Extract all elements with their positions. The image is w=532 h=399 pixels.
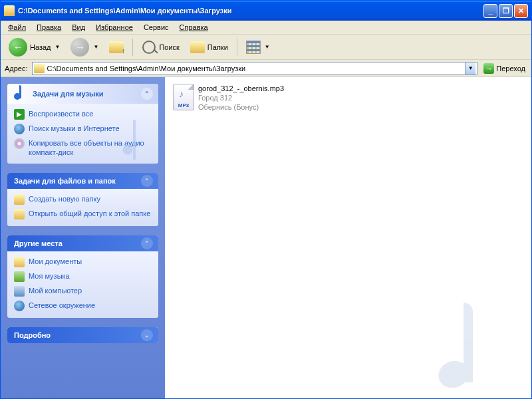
music-note-icon xyxy=(14,84,29,100)
link-label: Моя музыка xyxy=(29,271,70,281)
menu-view[interactable]: Вид xyxy=(67,22,90,33)
search-label: Поиск xyxy=(159,43,179,51)
folders-icon xyxy=(190,41,205,53)
panel-title: Подробно xyxy=(14,331,51,339)
task-label: Поиск музыки в Интернете xyxy=(29,124,120,133)
other-places-panel: Другие места ⌃ Мои документы Моя музыка … xyxy=(7,235,158,318)
back-button[interactable]: ← Назад ▼ xyxy=(5,36,64,59)
menubar: Файл Правка Вид Избранное Сервис Справка xyxy=(1,21,531,35)
views-button[interactable]: ▼ xyxy=(242,39,274,56)
expand-icon: ⌄ xyxy=(141,329,153,341)
forward-button[interactable]: → ▼ xyxy=(66,36,102,59)
play-icon: ▶ xyxy=(14,109,25,120)
folder-icon xyxy=(4,5,15,16)
collapse-icon: ⌃ xyxy=(141,88,153,100)
cd-icon xyxy=(14,138,25,149)
task-copy-to-cd[interactable]: Копировать все объекты на аудио компакт-… xyxy=(14,138,152,157)
back-arrow-icon: ← xyxy=(9,38,27,57)
search-button[interactable]: Поиск xyxy=(138,38,183,57)
menu-help[interactable]: Справка xyxy=(175,22,213,33)
folders-label: Папки xyxy=(207,43,228,51)
music-tasks-header[interactable]: Задачи для музыки ⌃ xyxy=(7,84,158,104)
details-header[interactable]: Подробно ⌄ xyxy=(7,327,158,343)
menu-favorites[interactable]: Избранное xyxy=(91,22,138,33)
go-button[interactable]: → Переход xyxy=(480,62,529,75)
addressbar: Адрес: ▼ → Переход xyxy=(1,60,531,77)
link-label: Мой компьютер xyxy=(29,286,82,295)
forward-arrow-icon: → xyxy=(70,38,89,57)
computer-icon xyxy=(14,286,25,297)
chevron-down-icon: ▼ xyxy=(93,44,98,50)
link-my-music[interactable]: Моя музыка xyxy=(14,271,152,282)
file-name: gorod_312_-_obernis.mp3 xyxy=(198,84,284,93)
go-label: Переход xyxy=(496,65,525,72)
folder-icon xyxy=(34,64,45,73)
menu-file[interactable]: Файл xyxy=(3,22,31,33)
link-label: Мои документы xyxy=(29,257,82,266)
music-folder-icon xyxy=(14,271,25,282)
details-panel: Подробно ⌄ xyxy=(7,327,158,343)
task-shop-music[interactable]: Поиск музыки в Интернете xyxy=(14,124,152,134)
task-new-folder[interactable]: Создать новую папку xyxy=(14,194,152,205)
network-icon xyxy=(14,301,25,311)
address-dropdown[interactable]: ▼ xyxy=(465,63,475,74)
go-arrow-icon: → xyxy=(483,63,494,74)
close-button[interactable]: ✕ xyxy=(514,4,528,18)
music-watermark-icon xyxy=(432,292,518,392)
documents-icon xyxy=(14,257,25,267)
file-item[interactable]: ♪ MP3 gorod_312_-_obernis.mp3 Город 312 … xyxy=(172,82,371,113)
back-label: Назад xyxy=(30,43,51,51)
maximize-button[interactable]: ❐ xyxy=(499,4,513,18)
separator xyxy=(132,39,133,56)
collapse-icon: ⌃ xyxy=(141,175,153,187)
task-play-all[interactable]: ▶ Воспроизвести все xyxy=(14,109,152,120)
views-icon xyxy=(246,41,261,54)
menu-edit[interactable]: Правка xyxy=(32,22,66,33)
globe-icon xyxy=(14,124,25,134)
chevron-down-icon: ▼ xyxy=(55,44,61,50)
menu-tools[interactable]: Сервис xyxy=(139,22,174,33)
panel-title: Задачи для музыки xyxy=(33,90,104,98)
file-tasks-panel: Задачи для файлов и папок ⌃ Создать нову… xyxy=(7,173,158,226)
link-network-places[interactable]: Сетевое окружение xyxy=(14,301,152,311)
titlebar[interactable]: C:\Documents and Settings\Admin\Мои доку… xyxy=(1,1,531,21)
up-button[interactable] xyxy=(105,39,128,55)
search-icon xyxy=(142,41,156,54)
new-folder-icon xyxy=(14,194,25,205)
tasks-sidebar: Задачи для музыки ⌃ ▶ Воспроизвести все … xyxy=(1,77,165,398)
explorer-window: C:\Documents and Settings\Admin\Мои доку… xyxy=(0,0,532,399)
other-places-header[interactable]: Другие места ⌃ xyxy=(7,235,158,251)
minimize-button[interactable]: _ xyxy=(483,4,497,18)
task-label: Воспроизвести все xyxy=(29,109,93,118)
task-label: Открыть общий доступ к этой папке xyxy=(29,209,150,218)
file-list-area[interactable]: ♪ MP3 gorod_312_-_obernis.mp3 Город 312 … xyxy=(165,77,531,398)
address-field[interactable]: ▼ xyxy=(32,62,478,75)
share-folder-icon xyxy=(14,209,25,219)
task-label: Создать новую папку xyxy=(29,194,100,203)
separator xyxy=(237,39,237,56)
toolbar: ← Назад ▼ → ▼ Поиск Папки ▼ xyxy=(1,35,531,60)
link-my-computer[interactable]: Мой компьютер xyxy=(14,286,152,297)
file-track: Обернись (Бонус) xyxy=(198,102,284,112)
body-area: Задачи для музыки ⌃ ▶ Воспроизвести все … xyxy=(1,77,531,398)
address-label: Адрес: xyxy=(3,65,29,72)
collapse-icon: ⌃ xyxy=(141,237,153,249)
folder-up-icon xyxy=(109,41,124,53)
panel-title: Задачи для файлов и папок xyxy=(14,177,116,185)
music-tasks-panel: Задачи для музыки ⌃ ▶ Воспроизвести все … xyxy=(7,84,158,164)
link-label: Сетевое окружение xyxy=(29,301,95,310)
mp3-file-icon: ♪ MP3 xyxy=(173,84,194,110)
task-share-folder[interactable]: Открыть общий доступ к этой папке xyxy=(14,209,152,219)
link-my-documents[interactable]: Мои документы xyxy=(14,257,152,267)
window-title: C:\Documents and Settings\Admin\Мои доку… xyxy=(18,7,483,15)
chevron-down-icon: ▼ xyxy=(265,44,270,50)
folders-button[interactable]: Папки xyxy=(186,39,232,55)
file-artist: Город 312 xyxy=(198,93,284,102)
panel-title: Другие места xyxy=(14,239,63,247)
address-input[interactable] xyxy=(47,65,463,72)
file-tasks-header[interactable]: Задачи для файлов и папок ⌃ xyxy=(7,173,158,189)
task-label: Копировать все объекты на аудио компакт-… xyxy=(29,138,152,157)
